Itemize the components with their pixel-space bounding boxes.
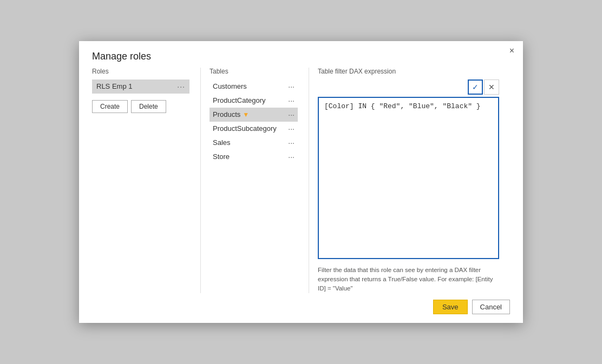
table-item-sales[interactable]: Sales ···: [210, 136, 298, 150]
table-item-customers[interactable]: Customers ···: [210, 80, 298, 94]
table-item-label: Sales: [213, 138, 231, 147]
tables-column: Tables Customers ··· ProductCategory ···…: [200, 68, 309, 294]
table-item-label: Customers: [213, 82, 247, 90]
role-item-label: RLS Emp 1: [96, 82, 132, 90]
dax-editor-area: Filter the data that this role can see b…: [318, 97, 499, 294]
dax-help-text: Filter the data that this role can see b…: [318, 266, 499, 294]
table-item-label: ProductSubcategory: [213, 124, 277, 133]
dax-header: Table filter DAX expression: [318, 68, 499, 75]
table-item-menu[interactable]: ···: [288, 124, 295, 133]
save-button[interactable]: Save: [433, 300, 468, 314]
table-item-left: Products ▼: [213, 110, 250, 118]
table-item-product-category[interactable]: ProductCategory ···: [210, 94, 298, 108]
dialog-title: Manage roles: [79, 41, 523, 68]
tables-list: Customers ··· ProductCategory ··· Produc…: [210, 80, 298, 164]
table-item-menu[interactable]: ···: [288, 82, 295, 91]
cancel-button[interactable]: Cancel: [472, 300, 510, 314]
table-item-menu[interactable]: ···: [288, 153, 295, 161]
table-item-product-subcategory[interactable]: ProductSubcategory ···: [210, 122, 298, 136]
delete-role-button[interactable]: Delete: [131, 100, 166, 113]
dialog-body: Roles RLS Emp 1 ··· Create Delete Tables…: [79, 68, 523, 294]
table-item-label: Store: [213, 153, 230, 161]
table-item-left: Customers: [213, 82, 247, 90]
table-item-label: Products: [213, 110, 240, 118]
dialog-footer: Save Cancel: [79, 293, 523, 323]
dax-confirm-button[interactable]: ✓: [468, 80, 483, 95]
dax-expression-input[interactable]: [318, 97, 499, 259]
manage-roles-dialog: × Manage roles Roles RLS Emp 1 ··· Creat…: [79, 41, 523, 323]
role-item-menu[interactable]: ···: [177, 82, 185, 91]
table-item-left: Sales: [213, 138, 231, 147]
table-item-left: ProductSubcategory: [213, 124, 277, 133]
role-item-rls-emp-1[interactable]: RLS Emp 1 ···: [92, 80, 189, 94]
dax-column: Table filter DAX expression ✓ ✕ Filter t…: [309, 68, 510, 294]
dax-toolbar: ✓ ✕: [318, 80, 499, 95]
table-item-menu[interactable]: ···: [288, 110, 295, 119]
table-item-products[interactable]: Products ▼ ···: [210, 108, 298, 122]
roles-list: RLS Emp 1 ···: [92, 80, 189, 96]
tables-header: Tables: [210, 68, 298, 75]
table-item-store[interactable]: Store ···: [210, 150, 298, 164]
table-item-menu[interactable]: ···: [288, 96, 295, 105]
table-item-menu[interactable]: ···: [288, 138, 295, 147]
dax-textarea-container: [318, 97, 499, 259]
create-role-button[interactable]: Create: [92, 100, 128, 113]
table-item-left: Store: [213, 153, 230, 161]
roles-header: Roles: [92, 68, 189, 75]
role-buttons: Create Delete: [92, 100, 189, 113]
roles-column: Roles RLS Emp 1 ··· Create Delete: [92, 68, 200, 294]
table-item-left: ProductCategory: [213, 96, 266, 104]
dax-cancel-button[interactable]: ✕: [484, 80, 499, 95]
close-button[interactable]: ×: [506, 45, 518, 56]
filter-icon: ▼: [243, 111, 249, 118]
table-item-label: ProductCategory: [213, 96, 266, 104]
